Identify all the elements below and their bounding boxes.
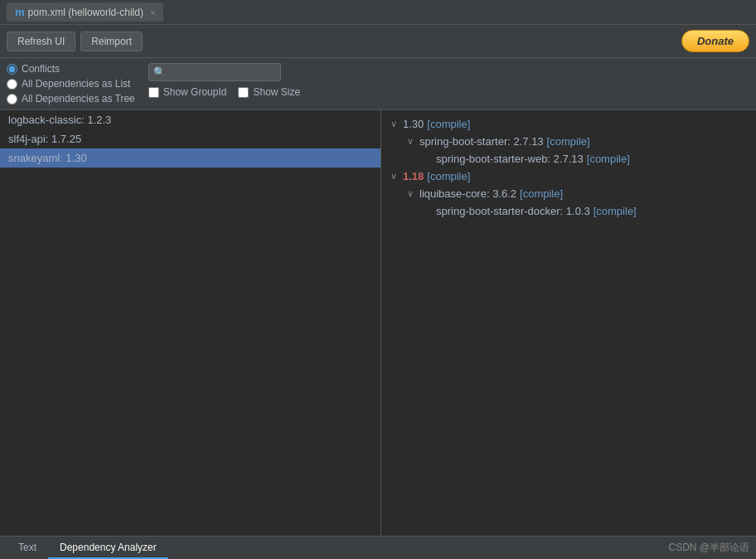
tab-dependency-analyzer[interactable]: Dependency Analyzer (48, 537, 168, 559)
close-icon[interactable]: × (150, 7, 155, 17)
tree-scope: [compile] (427, 118, 470, 130)
chevron-icon: ∨ (388, 171, 400, 182)
tree-scope: [compile] (520, 187, 563, 200)
tree-dep-name: spring-boot-starter-docker (436, 205, 560, 217)
refresh-ui-button[interactable]: Refresh UI (7, 32, 75, 51)
all-deps-tree-radio[interactable]: All Dependencies as Tree (7, 93, 135, 105)
search-and-checkboxes: 🔍 Show GroupId Show Size (148, 63, 300, 98)
toolbar: Refresh UI Reimport Donate (0, 25, 756, 58)
chevron-icon: ∨ (388, 119, 400, 129)
filter-area: Conflicts All Dependencies as List All D… (0, 58, 756, 110)
list-item[interactable]: snakeyaml : 1.30 (0, 148, 380, 168)
chevron-icon: ∨ (405, 136, 416, 147)
donate-button[interactable]: Donate (681, 30, 749, 52)
tree-row[interactable]: ∨ 1.18 [compile] (385, 168, 753, 185)
title-tab[interactable]: m pom.xml (helloworld-child) × (7, 2, 163, 22)
show-size-checkbox[interactable]: Show Size (238, 86, 300, 98)
list-item[interactable]: logback-classic : 1.2.3 (0, 110, 380, 129)
chevron-icon: ∨ (405, 188, 416, 199)
toolbar-left: Refresh UI Reimport (7, 32, 143, 51)
tree-scope: [compile] (587, 153, 630, 165)
tree-dep-version: : 2.7.13 (547, 153, 583, 165)
tree-row[interactable]: ∨ 1.30 [compile] (385, 115, 753, 133)
search-input[interactable] (148, 63, 281, 81)
tree-row[interactable]: spring-boot-starter-web : 2.7.13 [compil… (385, 150, 753, 168)
tree-row[interactable]: ∨ spring-boot-starter : 2.7.13 [compile] (385, 133, 753, 150)
status-right-text: CSDN @半部论语 (668, 541, 749, 555)
radio-group: Conflicts All Dependencies as List All D… (7, 63, 135, 105)
tree-scope: [compile] (594, 205, 637, 217)
list-item[interactable]: slf4j-api : 1.7.25 (0, 129, 380, 148)
tab-text[interactable]: Text (7, 537, 48, 559)
tree-dep-version: : 2.7.13 (507, 135, 543, 148)
status-bar: Text Dependency Analyzer CSDN @半部论语 (0, 536, 756, 559)
tree-version-normal: 1.30 (403, 118, 424, 130)
title-icon: m (15, 6, 25, 18)
conflicts-radio[interactable]: Conflicts (7, 63, 135, 75)
tree-version-red: 1.18 (403, 170, 424, 182)
left-panel: logback-classic : 1.2.3 slf4j-api : 1.7.… (0, 110, 381, 536)
tree-dep-version: : 1.0.3 (560, 205, 590, 217)
show-groupid-checkbox[interactable]: Show GroupId (148, 86, 227, 98)
tree-scope: [compile] (427, 170, 470, 182)
title-tab-label: pom.xml (helloworld-child) (28, 7, 143, 18)
status-tabs: Text Dependency Analyzer (7, 537, 168, 559)
main-content: logback-classic : 1.2.3 slf4j-api : 1.7.… (0, 110, 756, 536)
title-bar: m pom.xml (helloworld-child) × (0, 0, 756, 25)
all-deps-list-radio[interactable]: All Dependencies as List (7, 78, 135, 90)
reimport-button[interactable]: Reimport (80, 32, 143, 51)
tree-row[interactable]: spring-boot-starter-docker : 1.0.3 [comp… (385, 202, 753, 220)
tree-dep-name: spring-boot-starter-web (436, 153, 547, 165)
tree-scope: [compile] (547, 135, 590, 148)
right-panel: ∨ 1.30 [compile] ∨ spring-boot-starter :… (381, 110, 756, 536)
checkbox-group: Show GroupId Show Size (148, 86, 300, 98)
search-icon: 🔍 (153, 66, 166, 78)
tree-row[interactable]: ∨ liquibase-core : 3.6.2 [compile] (385, 185, 753, 202)
tree-dep-name: spring-boot-starter (419, 135, 507, 148)
tree-dep-version: : 3.6.2 (487, 187, 516, 200)
search-wrapper: 🔍 (148, 63, 300, 81)
tree-dep-name: liquibase-core (419, 187, 487, 200)
